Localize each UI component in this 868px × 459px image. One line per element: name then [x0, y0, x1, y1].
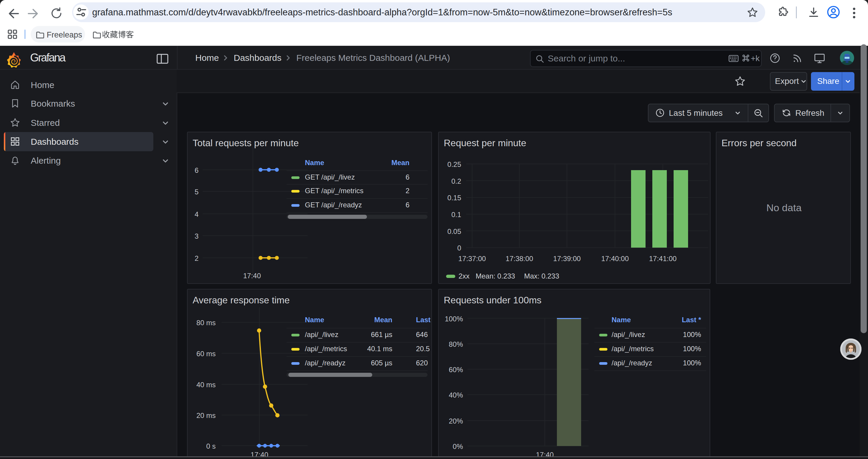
svg-text:100%: 100%	[445, 315, 463, 323]
svg-text:5: 5	[195, 188, 198, 196]
svg-text:6: 6	[195, 166, 198, 174]
svg-text:17:41:00: 17:41:00	[649, 255, 677, 263]
svg-text:0: 0	[457, 244, 461, 252]
svg-text:17:37:00: 17:37:00	[458, 255, 486, 263]
svg-text:60 ms: 60 ms	[196, 350, 216, 358]
svg-text:0.1: 0.1	[452, 210, 461, 219]
svg-text:0 s: 0 s	[206, 442, 216, 450]
svg-text:20%: 20%	[449, 417, 463, 425]
svg-text:2: 2	[195, 254, 198, 262]
svg-text:3: 3	[195, 232, 198, 240]
svg-text:0.15: 0.15	[447, 194, 461, 202]
svg-text:4: 4	[195, 210, 198, 218]
svg-text:0.05: 0.05	[447, 227, 461, 235]
svg-text:80%: 80%	[449, 340, 463, 348]
svg-text:17:40: 17:40	[243, 272, 261, 280]
svg-text:40 ms: 40 ms	[196, 381, 216, 389]
svg-text:0.25: 0.25	[447, 160, 461, 168]
svg-text:17:39:00: 17:39:00	[553, 255, 581, 263]
svg-text:20 ms: 20 ms	[196, 412, 216, 419]
svg-text:40%: 40%	[449, 391, 463, 399]
svg-text:0%: 0%	[453, 442, 463, 451]
svg-text:17:38:00: 17:38:00	[505, 255, 533, 263]
svg-text:80 ms: 80 ms	[196, 319, 216, 327]
svg-text:0.2: 0.2	[452, 177, 461, 185]
svg-text:60%: 60%	[449, 366, 463, 374]
svg-text:17:40:00: 17:40:00	[601, 255, 629, 263]
